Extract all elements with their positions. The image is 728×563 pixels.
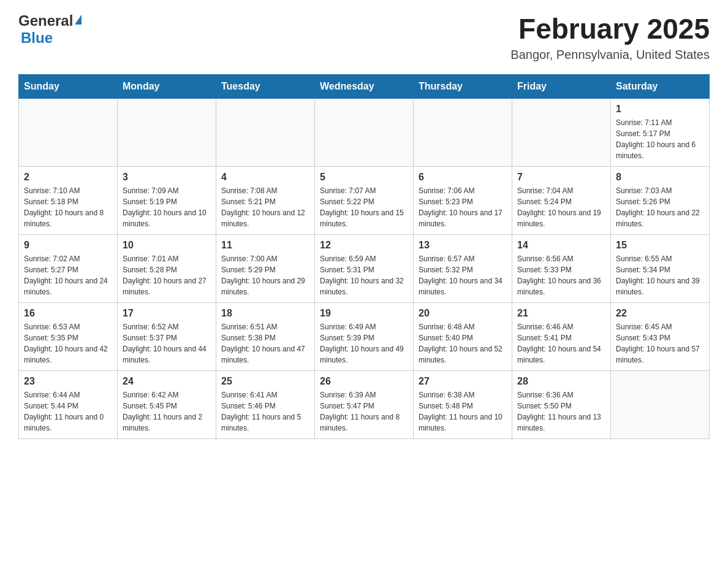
day-number: 20	[419, 308, 507, 319]
day-info: Sunrise: 7:00 AM Sunset: 5:29 PM Dayligh…	[221, 253, 309, 297]
logo-triangle-icon	[75, 15, 82, 25]
calendar-day	[611, 371, 710, 439]
calendar-day: 19Sunrise: 6:49 AM Sunset: 5:39 PM Dayli…	[315, 303, 414, 371]
day-info: Sunrise: 6:41 AM Sunset: 5:46 PM Dayligh…	[221, 389, 309, 434]
calendar-body: 1Sunrise: 7:11 AM Sunset: 5:17 PM Daylig…	[19, 99, 710, 439]
calendar-day: 7Sunrise: 7:04 AM Sunset: 5:24 PM Daylig…	[512, 167, 611, 235]
logo: General Blue	[18, 12, 82, 47]
calendar-day: 26Sunrise: 6:39 AM Sunset: 5:47 PM Dayli…	[315, 371, 414, 439]
day-info: Sunrise: 6:56 AM Sunset: 5:33 PM Dayligh…	[517, 253, 605, 297]
calendar-day: 23Sunrise: 6:44 AM Sunset: 5:44 PM Dayli…	[19, 371, 118, 439]
day-number: 2	[24, 172, 112, 183]
weekday-header-saturday: Saturday	[611, 75, 710, 99]
day-number: 19	[320, 308, 408, 319]
calendar-day: 6Sunrise: 7:06 AM Sunset: 5:23 PM Daylig…	[414, 167, 512, 235]
calendar-week-4: 16Sunrise: 6:53 AM Sunset: 5:35 PM Dayli…	[19, 303, 710, 371]
calendar-day: 16Sunrise: 6:53 AM Sunset: 5:35 PM Dayli…	[19, 303, 118, 371]
calendar-day: 1Sunrise: 7:11 AM Sunset: 5:17 PM Daylig…	[611, 99, 710, 167]
weekday-header-friday: Friday	[512, 75, 611, 99]
day-info: Sunrise: 7:10 AM Sunset: 5:18 PM Dayligh…	[24, 185, 112, 229]
calendar-day: 10Sunrise: 7:01 AM Sunset: 5:28 PM Dayli…	[118, 235, 216, 303]
day-number: 3	[123, 172, 211, 183]
day-number: 23	[24, 376, 112, 387]
day-info: Sunrise: 6:36 AM Sunset: 5:50 PM Dayligh…	[517, 389, 605, 434]
calendar-day: 25Sunrise: 6:41 AM Sunset: 5:46 PM Dayli…	[216, 371, 315, 439]
day-number: 18	[221, 308, 309, 319]
day-info: Sunrise: 7:08 AM Sunset: 5:21 PM Dayligh…	[221, 185, 309, 229]
day-info: Sunrise: 6:45 AM Sunset: 5:43 PM Dayligh…	[616, 321, 704, 366]
day-number: 9	[24, 240, 112, 251]
calendar-day: 20Sunrise: 6:48 AM Sunset: 5:40 PM Dayli…	[414, 303, 512, 371]
day-info: Sunrise: 6:51 AM Sunset: 5:38 PM Dayligh…	[221, 321, 309, 366]
day-info: Sunrise: 6:49 AM Sunset: 5:39 PM Dayligh…	[320, 321, 408, 366]
calendar-day: 22Sunrise: 6:45 AM Sunset: 5:43 PM Dayli…	[611, 303, 710, 371]
calendar-day: 12Sunrise: 6:59 AM Sunset: 5:31 PM Dayli…	[315, 235, 414, 303]
calendar-day: 14Sunrise: 6:56 AM Sunset: 5:33 PM Dayli…	[512, 235, 611, 303]
day-number: 25	[221, 376, 309, 387]
day-number: 16	[24, 308, 112, 319]
calendar-week-5: 23Sunrise: 6:44 AM Sunset: 5:44 PM Dayli…	[19, 371, 710, 439]
day-info: Sunrise: 6:44 AM Sunset: 5:44 PM Dayligh…	[24, 389, 112, 434]
day-number: 5	[320, 172, 408, 183]
day-info: Sunrise: 6:59 AM Sunset: 5:31 PM Dayligh…	[320, 253, 408, 297]
day-info: Sunrise: 6:42 AM Sunset: 5:45 PM Dayligh…	[123, 389, 211, 434]
calendar-day: 27Sunrise: 6:38 AM Sunset: 5:48 PM Dayli…	[414, 371, 512, 439]
weekday-header-sunday: Sunday	[19, 75, 118, 99]
weekday-header-row: SundayMondayTuesdayWednesdayThursdayFrid…	[19, 75, 710, 99]
day-info: Sunrise: 7:09 AM Sunset: 5:19 PM Dayligh…	[123, 185, 211, 229]
calendar-day: 11Sunrise: 7:00 AM Sunset: 5:29 PM Dayli…	[216, 235, 315, 303]
day-info: Sunrise: 6:48 AM Sunset: 5:40 PM Dayligh…	[419, 321, 507, 366]
day-number: 28	[517, 376, 605, 387]
day-number: 26	[320, 376, 408, 387]
page-header: General Blue February 2025 Bangor, Penns…	[18, 12, 710, 62]
calendar-day: 13Sunrise: 6:57 AM Sunset: 5:32 PM Dayli…	[414, 235, 512, 303]
day-number: 10	[123, 240, 211, 251]
calendar-day	[216, 99, 315, 167]
day-number: 8	[616, 172, 704, 183]
day-number: 27	[419, 376, 507, 387]
day-info: Sunrise: 6:57 AM Sunset: 5:32 PM Dayligh…	[419, 253, 507, 297]
calendar-subtitle: Bangor, Pennsylvania, United States	[510, 48, 710, 62]
weekday-header-tuesday: Tuesday	[216, 75, 315, 99]
calendar-day: 21Sunrise: 6:46 AM Sunset: 5:41 PM Dayli…	[512, 303, 611, 371]
day-info: Sunrise: 6:55 AM Sunset: 5:34 PM Dayligh…	[616, 253, 704, 297]
day-info: Sunrise: 7:04 AM Sunset: 5:24 PM Dayligh…	[517, 185, 605, 229]
calendar-day	[512, 99, 611, 167]
calendar-table: SundayMondayTuesdayWednesdayThursdayFrid…	[18, 74, 710, 439]
weekday-header-wednesday: Wednesday	[315, 75, 414, 99]
day-number: 6	[419, 172, 507, 183]
calendar-day: 8Sunrise: 7:03 AM Sunset: 5:26 PM Daylig…	[611, 167, 710, 235]
day-info: Sunrise: 7:06 AM Sunset: 5:23 PM Dayligh…	[419, 185, 507, 229]
day-number: 4	[221, 172, 309, 183]
calendar-day: 18Sunrise: 6:51 AM Sunset: 5:38 PM Dayli…	[216, 303, 315, 371]
calendar-day: 3Sunrise: 7:09 AM Sunset: 5:19 PM Daylig…	[118, 167, 216, 235]
day-number: 24	[123, 376, 211, 387]
calendar-day: 5Sunrise: 7:07 AM Sunset: 5:22 PM Daylig…	[315, 167, 414, 235]
title-block: February 2025 Bangor, Pennsylvania, Unit…	[510, 12, 710, 62]
day-info: Sunrise: 7:11 AM Sunset: 5:17 PM Dayligh…	[616, 117, 704, 161]
calendar-week-1: 1Sunrise: 7:11 AM Sunset: 5:17 PM Daylig…	[19, 99, 710, 167]
day-number: 17	[123, 308, 211, 319]
calendar-day	[19, 99, 118, 167]
day-number: 13	[419, 240, 507, 251]
day-info: Sunrise: 6:53 AM Sunset: 5:35 PM Dayligh…	[24, 321, 112, 366]
day-number: 7	[517, 172, 605, 183]
calendar-day: 2Sunrise: 7:10 AM Sunset: 5:18 PM Daylig…	[19, 167, 118, 235]
calendar-day: 24Sunrise: 6:42 AM Sunset: 5:45 PM Dayli…	[118, 371, 216, 439]
calendar-day: 9Sunrise: 7:02 AM Sunset: 5:27 PM Daylig…	[19, 235, 118, 303]
calendar-day	[118, 99, 216, 167]
day-number: 1	[616, 104, 704, 115]
day-number: 14	[517, 240, 605, 251]
day-info: Sunrise: 6:39 AM Sunset: 5:47 PM Dayligh…	[320, 389, 408, 434]
day-info: Sunrise: 7:03 AM Sunset: 5:26 PM Dayligh…	[616, 185, 704, 229]
day-info: Sunrise: 7:07 AM Sunset: 5:22 PM Dayligh…	[320, 185, 408, 229]
calendar-day: 15Sunrise: 6:55 AM Sunset: 5:34 PM Dayli…	[611, 235, 710, 303]
day-info: Sunrise: 6:46 AM Sunset: 5:41 PM Dayligh…	[517, 321, 605, 366]
calendar-week-3: 9Sunrise: 7:02 AM Sunset: 5:27 PM Daylig…	[19, 235, 710, 303]
calendar-title: February 2025	[510, 12, 710, 45]
calendar-day: 28Sunrise: 6:36 AM Sunset: 5:50 PM Dayli…	[512, 371, 611, 439]
logo-blue-text: Blue	[21, 29, 53, 46]
calendar-day	[414, 99, 512, 167]
day-info: Sunrise: 6:52 AM Sunset: 5:37 PM Dayligh…	[123, 321, 211, 366]
calendar-day: 4Sunrise: 7:08 AM Sunset: 5:21 PM Daylig…	[216, 167, 315, 235]
